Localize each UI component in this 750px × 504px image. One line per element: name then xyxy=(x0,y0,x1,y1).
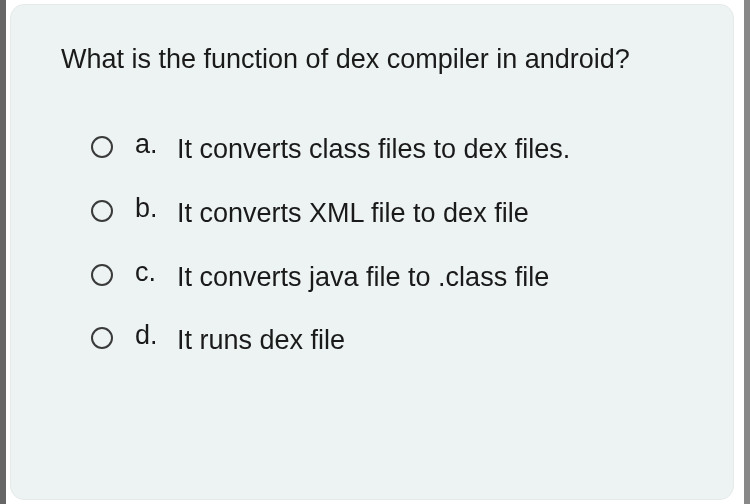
option-letter: b. xyxy=(135,193,177,224)
option-text: It converts XML file to dex file xyxy=(177,193,529,235)
radio-icon[interactable] xyxy=(91,200,113,222)
question-card-frame: What is the function of dex compiler in … xyxy=(6,0,744,504)
option-b[interactable]: b. It converts XML file to dex file xyxy=(91,193,683,235)
option-text: It converts class files to dex files. xyxy=(177,129,570,171)
radio-icon[interactable] xyxy=(91,136,113,158)
right-edge-decoration xyxy=(744,0,750,504)
option-text: It converts java file to .class file xyxy=(177,257,549,299)
radio-icon[interactable] xyxy=(91,327,113,349)
option-a[interactable]: a. It converts class files to dex files. xyxy=(91,129,683,171)
option-text: It runs dex file xyxy=(177,320,345,362)
option-letter: c. xyxy=(135,257,177,288)
options-list: a. It converts class files to dex files.… xyxy=(61,129,683,362)
option-letter: a. xyxy=(135,129,177,160)
radio-icon[interactable] xyxy=(91,264,113,286)
question-text: What is the function of dex compiler in … xyxy=(61,39,683,81)
option-d[interactable]: d. It runs dex file xyxy=(91,320,683,362)
question-card: What is the function of dex compiler in … xyxy=(10,4,734,500)
option-c[interactable]: c. It converts java file to .class file xyxy=(91,257,683,299)
option-letter: d. xyxy=(135,320,177,351)
